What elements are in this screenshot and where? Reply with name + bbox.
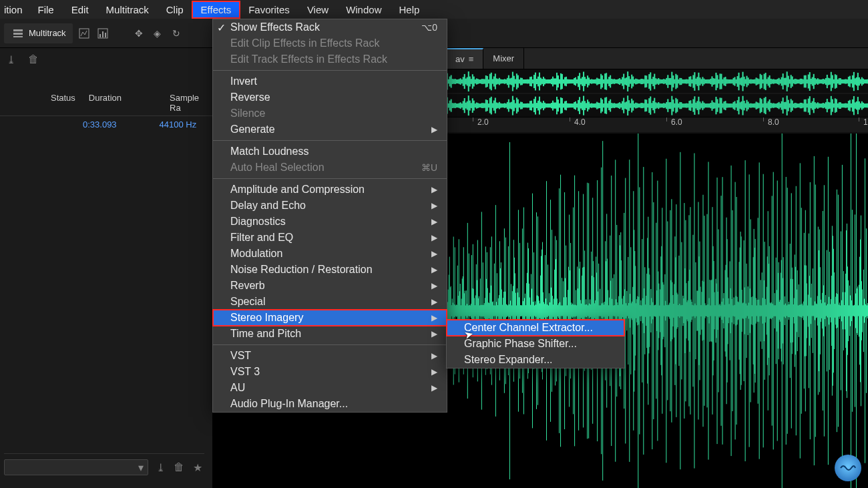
svg-rect-880 bbox=[723, 101, 724, 109]
svg-rect-689 bbox=[468, 95, 469, 115]
svg-rect-430 bbox=[777, 79, 779, 84]
svg-rect-1912 bbox=[829, 252, 830, 370]
svg-rect-1368 bbox=[465, 305, 466, 316]
svg-rect-333 bbox=[647, 79, 648, 83]
menu-clip[interactable]: Clip bbox=[158, 1, 192, 18]
menu-view[interactable]: View bbox=[298, 1, 337, 18]
svg-rect-927 bbox=[787, 95, 788, 115]
menu-item-reverse[interactable]: Reverse bbox=[213, 89, 447, 105]
menu-item-match-loudness[interactable]: Match Loudness bbox=[213, 144, 447, 160]
svg-rect-184 bbox=[448, 79, 449, 84]
menu-item-label: Modulation bbox=[230, 248, 431, 260]
menu-item-modulation[interactable]: Modulation▶ bbox=[213, 246, 447, 262]
svg-rect-874 bbox=[715, 97, 716, 114]
tab-menu-icon[interactable]: ≡ bbox=[469, 54, 474, 64]
svg-rect-1842 bbox=[783, 278, 783, 343]
svg-rect-201 bbox=[471, 79, 472, 84]
menu-item-audio-plug-in-manager[interactable]: Audio Plug-In Manager... bbox=[213, 396, 447, 412]
svg-rect-1701 bbox=[688, 281, 688, 340]
svg-rect-694 bbox=[475, 103, 476, 107]
svg-rect-940 bbox=[804, 99, 805, 111]
svg-rect-1507 bbox=[558, 303, 559, 318]
waveform-view-icon[interactable] bbox=[77, 26, 91, 41]
svg-rect-1830 bbox=[775, 293, 775, 328]
svg-rect-839 bbox=[668, 102, 670, 109]
menu-item-delay-and-echo[interactable]: Delay and Echo▶ bbox=[213, 198, 447, 214]
menu-file[interactable]: File bbox=[29, 1, 63, 18]
svg-rect-1773 bbox=[736, 197, 737, 425]
svg-rect-259 bbox=[548, 79, 550, 83]
spectral-view-icon[interactable] bbox=[95, 26, 110, 41]
column-duration[interactable]: Duration bbox=[89, 93, 122, 113]
favorite-icon[interactable]: ★ bbox=[191, 461, 204, 474]
menu-item-label: Invert bbox=[230, 75, 437, 87]
svg-rect-1608 bbox=[626, 303, 626, 318]
menu-item-invert[interactable]: Invert bbox=[213, 73, 447, 89]
svg-rect-490 bbox=[857, 73, 859, 90]
filter-dropdown[interactable]: ▾ bbox=[4, 459, 148, 475]
menu-item-vst-3[interactable]: VST 3▶ bbox=[213, 364, 447, 380]
download-icon[interactable]: ⤓ bbox=[154, 461, 167, 474]
svg-rect-1610 bbox=[627, 305, 628, 316]
svg-rect-278 bbox=[574, 78, 575, 85]
menu-window[interactable]: Window bbox=[337, 1, 390, 18]
menu-help[interactable]: Help bbox=[390, 1, 428, 18]
menu-item-reverb[interactable]: Reverb▶ bbox=[213, 278, 447, 294]
file-tab[interactable]: av ≡ bbox=[446, 48, 483, 69]
menu-item-time-and-pitch[interactable]: Time and Pitch▶ bbox=[213, 326, 447, 342]
svg-rect-1942 bbox=[849, 286, 850, 336]
svg-rect-966 bbox=[839, 102, 840, 109]
svg-rect-418 bbox=[761, 75, 763, 87]
menu-multitrack[interactable]: Multitrack bbox=[97, 1, 158, 18]
menu-item-amplitude-and-compression[interactable]: Amplitude and Compression▶ bbox=[213, 182, 447, 198]
svg-rect-1699 bbox=[686, 302, 687, 319]
menu-item-stereo-imagery[interactable]: Stereo Imagery▶ bbox=[213, 310, 447, 326]
menu-item-show-effects-rack[interactable]: ✓Show Effects Rack⌥0 bbox=[213, 19, 447, 35]
column-sample-rate[interactable]: Sample Ra bbox=[170, 93, 208, 113]
svg-rect-1819 bbox=[767, 256, 768, 365]
submenu-item-center-channel-extractor[interactable]: Center Channel Extractor... bbox=[447, 320, 624, 336]
menu-edit[interactable]: Edit bbox=[63, 1, 97, 18]
svg-rect-1526 bbox=[571, 302, 572, 318]
mixer-tab[interactable]: Mixer bbox=[483, 48, 524, 69]
menu-item-noise-reduction-restoration[interactable]: Noise Reduction / Restoration▶ bbox=[213, 262, 447, 278]
menu-item-vst[interactable]: VST▶ bbox=[213, 348, 447, 364]
import-icon[interactable]: ⤓ bbox=[4, 53, 17, 66]
menu-item-special[interactable]: Special▶ bbox=[213, 294, 447, 310]
menu-item-au[interactable]: AU▶ bbox=[213, 380, 447, 396]
svg-rect-898 bbox=[748, 101, 749, 109]
svg-rect-199 bbox=[468, 71, 469, 91]
submenu-item-stereo-expander[interactable]: Stereo Expander... bbox=[447, 352, 624, 368]
svg-rect-1760 bbox=[728, 278, 728, 344]
menu-favorites[interactable]: Favorites bbox=[240, 1, 298, 18]
mode-multitrack-tab[interactable]: Multitrack bbox=[4, 23, 73, 43]
menu-separator bbox=[213, 344, 447, 345]
move-tool-icon[interactable]: ✥ bbox=[132, 26, 146, 41]
file-row[interactable]: 0:33.093 44100 Hz bbox=[0, 116, 212, 133]
menu-item-generate[interactable]: Generate▶ bbox=[213, 121, 447, 138]
delete-icon[interactable]: 🗑 bbox=[172, 461, 186, 473]
slip-tool-icon[interactable]: ↻ bbox=[169, 26, 184, 41]
svg-rect-881 bbox=[724, 101, 726, 110]
svg-rect-959 bbox=[829, 102, 831, 108]
svg-rect-755 bbox=[556, 97, 558, 114]
trash-icon[interactable]: 🗑 bbox=[27, 53, 40, 66]
svg-rect-1582 bbox=[608, 305, 609, 316]
menu-effects[interactable]: Effects bbox=[192, 1, 240, 18]
svg-rect-1888 bbox=[813, 305, 814, 316]
svg-rect-1650 bbox=[654, 305, 654, 316]
svg-rect-1911 bbox=[829, 297, 829, 325]
svg-rect-1932 bbox=[843, 292, 843, 330]
menu-item-filter-and-eq[interactable]: Filter and EQ▶ bbox=[213, 230, 447, 246]
svg-rect-264 bbox=[555, 78, 556, 84]
tab-file-label: av bbox=[455, 54, 465, 64]
svg-rect-349 bbox=[668, 78, 670, 85]
svg-rect-882 bbox=[726, 103, 727, 108]
razor-tool-icon[interactable]: ◈ bbox=[150, 26, 165, 41]
svg-rect-377 bbox=[706, 79, 707, 83]
column-status[interactable]: Status bbox=[51, 93, 75, 113]
svg-rect-1579 bbox=[606, 214, 607, 407]
menu-item-diagnostics[interactable]: Diagnostics▶ bbox=[213, 214, 447, 230]
svg-rect-814 bbox=[635, 103, 636, 109]
svg-rect-1854 bbox=[791, 279, 791, 343]
